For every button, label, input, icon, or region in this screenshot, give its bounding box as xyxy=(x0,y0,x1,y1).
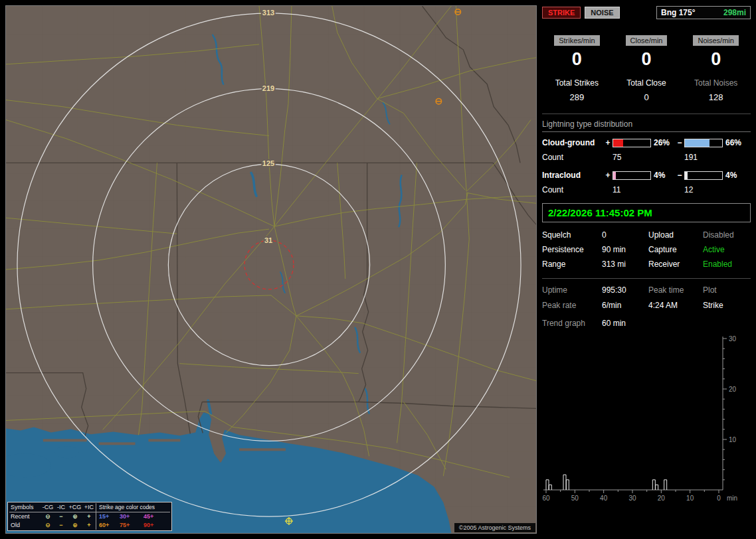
ic-minus-count: 12 xyxy=(684,185,751,194)
persistence-label: Persistence xyxy=(542,245,602,254)
svg-text:40: 40 xyxy=(600,495,608,502)
svg-text:60: 60 xyxy=(542,495,550,502)
bearing-value: Bng 175° xyxy=(661,8,695,17)
persistence-value: 90 min xyxy=(602,245,648,254)
noise-button[interactable]: NOISE xyxy=(585,7,619,19)
ic-plus-pct: 4% xyxy=(651,171,675,180)
total-noises-value: 128 xyxy=(681,92,751,102)
svg-text:10: 10 xyxy=(686,495,694,502)
datetime-value: 2/22/2026 11:45:02 PM xyxy=(548,207,652,218)
cg-minus-count: 191 xyxy=(684,153,751,162)
old-neg-ic-icon: − xyxy=(54,521,68,530)
uptime-label: Uptime xyxy=(542,285,602,295)
svg-text:30: 30 xyxy=(729,335,737,343)
noises-per-min-column: Noises/min 0 Total Noises 128 xyxy=(681,35,751,102)
plot-label: Plot xyxy=(703,285,751,295)
range-value: 313 mi xyxy=(602,260,648,269)
minus-sign: − xyxy=(675,171,684,180)
trend-graph-value: 60 min xyxy=(602,319,648,328)
cg-minus-bar xyxy=(684,139,723,147)
cloud-ground-count-row: Count 75 191 xyxy=(542,153,751,162)
strike-trend-chart: 3020106050403020100min xyxy=(542,335,751,502)
legend-old-label: Old xyxy=(9,521,41,530)
peak-time-label: Peak time xyxy=(648,285,703,295)
legend-col-pos-ic: +IC xyxy=(82,503,96,512)
age-75: 75+ xyxy=(120,521,143,530)
close-per-min-value: 0 xyxy=(612,49,682,70)
svg-text:min: min xyxy=(727,495,737,502)
ic-minus-pct: 4% xyxy=(723,171,748,180)
trend-graph-label: Trend graph xyxy=(542,319,602,328)
session-section: Uptime 995:30 Peak time Plot Peak rate 6… xyxy=(542,278,751,504)
capture-label: Capture xyxy=(648,245,703,254)
svg-text:20: 20 xyxy=(729,386,737,393)
recent-pos-cg-icon: ⊕ xyxy=(68,512,82,521)
close-per-min-column: Close/min 0 Total Close 0 xyxy=(612,35,682,102)
legend-age-header: Strike age color codes xyxy=(96,503,169,512)
legend-recent-label: Recent xyxy=(9,512,41,521)
ring-label-313: 313 xyxy=(262,9,274,17)
bearing-distance-readout: Bng 175° 298mi xyxy=(656,6,751,19)
intracloud-label: Intracloud xyxy=(542,171,603,180)
map-legend: Symbols -CG -IC +CG +IC Strike age color… xyxy=(7,502,172,531)
intracloud-row: Intracloud + 4% − 4% xyxy=(542,171,751,180)
minus-sign: − xyxy=(675,138,684,147)
age-90: 90+ xyxy=(143,521,169,530)
total-close-label: Total Close xyxy=(612,78,682,88)
total-close-value: 0 xyxy=(612,92,682,102)
svg-text:30: 30 xyxy=(628,495,636,502)
old-neg-cg-icon: ⊖ xyxy=(41,521,54,530)
peak-rate-value: 6/min xyxy=(602,301,648,310)
cg-count-label: Count xyxy=(542,153,613,162)
cg-plus-count: 75 xyxy=(613,153,684,162)
strike-button[interactable]: STRIKE xyxy=(542,7,581,19)
upload-label: Upload xyxy=(648,230,703,240)
copyright-text: ©2005 Astrogenic Systems xyxy=(454,523,535,532)
recent-pos-ic-icon: + xyxy=(82,512,96,521)
ring-label-125: 125 xyxy=(262,159,274,167)
squelch-label: Squelch xyxy=(542,230,602,240)
distance-value: 298mi xyxy=(723,8,746,17)
upload-status: Disabled xyxy=(703,230,751,240)
legend-col-neg-cg: -CG xyxy=(41,503,54,512)
peak-rate-label: Peak rate xyxy=(542,301,602,310)
rate-counters: Strikes/min 0 Total Strikes 289 Close/mi… xyxy=(542,35,751,102)
cloud-ground-label: Cloud-ground xyxy=(542,138,603,147)
peak-time-value: 4:24 AM xyxy=(648,301,703,310)
cloud-ground-row: Cloud-ground + 26% − 66% xyxy=(542,138,751,147)
strikes-per-min-column: Strikes/min 0 Total Strikes 289 xyxy=(542,35,612,102)
noises-per-min-value: 0 xyxy=(681,49,751,70)
map-canvas: 313 219 125 31 xyxy=(6,6,536,533)
distribution-title: Lightning type distribution xyxy=(542,119,751,132)
plus-sign: + xyxy=(603,171,613,180)
ring-label-219: 219 xyxy=(262,84,274,92)
receiver-status: Enabled xyxy=(703,260,751,269)
session-grid: Uptime 995:30 Peak time Plot Peak rate 6… xyxy=(542,285,751,328)
plus-sign: + xyxy=(603,138,613,147)
cg-plus-bar xyxy=(613,139,651,147)
range-label: Range xyxy=(542,260,602,269)
lightning-map[interactable]: 313 219 125 31 Symbols -CG -IC +CG +IC S… xyxy=(5,5,537,534)
plot-value: Strike xyxy=(703,301,751,310)
ic-count-label: Count xyxy=(542,185,613,194)
receiver-settings: Squelch 0 Upload Disabled Persistence 90… xyxy=(542,230,751,269)
age-45: 45+ xyxy=(143,512,169,521)
age-60: 60+ xyxy=(96,521,120,530)
total-noises-label: Total Noises xyxy=(681,78,751,88)
total-strikes-label: Total Strikes xyxy=(542,78,612,88)
toolbar: STRIKE NOISE Bng 175° 298mi xyxy=(542,5,751,19)
close-per-min-chip: Close/min xyxy=(626,35,668,46)
ic-plus-bar xyxy=(613,171,651,180)
svg-text:10: 10 xyxy=(729,436,737,443)
lightning-type-distribution: Lightning type distribution Cloud-ground… xyxy=(542,114,751,194)
noises-per-min-chip: Noises/min xyxy=(693,35,738,46)
age-30: 30+ xyxy=(120,512,143,521)
cg-minus-pct: 66% xyxy=(723,138,748,147)
status-panel: STRIKE NOISE Bng 175° 298mi Strikes/min … xyxy=(542,5,751,534)
capture-status: Active xyxy=(703,245,751,254)
legend-symbols-header: Symbols xyxy=(9,503,41,512)
datetime-display: 2/22/2026 11:45:02 PM xyxy=(542,203,751,222)
ic-minus-bar xyxy=(684,171,723,180)
legend-col-pos-cg: +CG xyxy=(68,503,82,512)
uptime-value: 995:30 xyxy=(602,285,648,295)
